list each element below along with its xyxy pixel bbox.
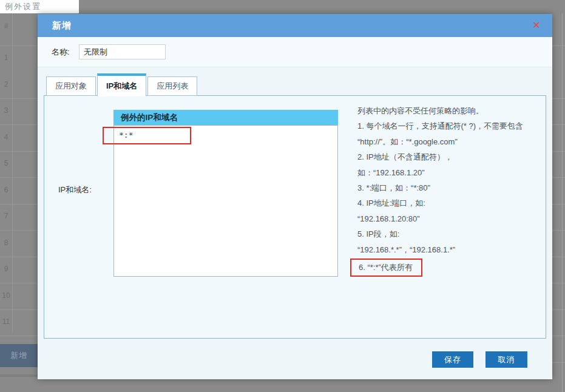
help-line: 4. IP地址:端口，如: — [357, 195, 546, 211]
breadcrumb: 例外设置 — [0, 0, 79, 13]
background-add-button[interactable]: 新增 — [0, 344, 38, 367]
tab-应用对象[interactable]: 应用对象 — [46, 76, 96, 96]
help-line-annotated: 6. “*:*”代表所有 — [350, 259, 422, 277]
tab-应用列表[interactable]: 应用列表 — [147, 76, 197, 96]
dialog-titlebar: 新增 ✕ — [38, 14, 552, 37]
table-row-number: 8 — [0, 238, 12, 247]
help-line: 列表中的内容不受任何策略的影响。 — [357, 103, 546, 118]
ip-domain-textarea[interactable]: *:* — [113, 125, 338, 277]
cancel-button[interactable]: 取消 — [485, 351, 527, 368]
tab-panel: IP和域名: 例外的IP和域名 *:* 列表中的内容不受任何策略的影响。1. 每… — [44, 95, 546, 339]
close-icon[interactable]: ✕ — [530, 19, 543, 32]
help-line: 2. IP地址（不含通配符）， — [357, 149, 546, 164]
add-dialog: 新增 ✕ 名称: 应用对象IP和域名应用列表 IP和域名: 例外的IP和域名 *… — [38, 14, 552, 379]
table-right-border — [562, 13, 563, 392]
name-row: 名称: — [38, 37, 552, 67]
table-row-number: 4 — [0, 133, 12, 141]
table-row-number: 9 — [0, 265, 12, 273]
name-label: 名称: — [52, 47, 70, 58]
table-row-number: 6 — [0, 186, 12, 194]
table-column-divider — [12, 13, 13, 333]
help-line: “192.168.*.*”，“192.168.1.*” — [357, 242, 546, 257]
ip-domain-label: IP和域名: — [58, 184, 92, 195]
help-line: 3. *:端口，如：“*:80” — [357, 180, 546, 195]
dialog-title: 新增 — [52, 14, 72, 37]
help-line: 如：“192.168.1.20” — [357, 165, 546, 180]
save-button[interactable]: 保存 — [432, 351, 473, 368]
table-row-number: 5 — [0, 159, 12, 167]
tab-IP和域名[interactable]: IP和域名 — [97, 73, 146, 96]
table-row-number: 3 — [0, 106, 12, 115]
table-row-number: 11 — [0, 317, 12, 326]
table-row-number: 1 — [0, 53, 12, 62]
background-right-strip — [552, 13, 565, 392]
background-table: # 1234567891011 新增 — [0, 13, 38, 392]
name-input[interactable] — [79, 44, 166, 59]
help-line: 1. 每个域名一行，支持通配符(* ?)，不需要包含 — [357, 118, 546, 133]
table-row-number: 7 — [0, 212, 12, 220]
list-header: 例外的IP和域名 — [113, 110, 338, 125]
table-row-number: 10 — [0, 291, 12, 300]
table-col-header: # — [0, 22, 12, 30]
background-divider — [0, 374, 38, 377]
help-line: “http://”。如：“*.google.com” — [357, 134, 546, 149]
help-text: 列表中的内容不受任何策略的影响。1. 每个域名一行，支持通配符(* ?)，不需要… — [357, 103, 546, 277]
help-line: “192.168.1.20:80” — [357, 211, 546, 226]
help-line: 5. IP段，如: — [357, 226, 546, 242]
table-row-number: 2 — [0, 80, 12, 89]
tabs: 应用对象IP和域名应用列表 — [46, 73, 198, 96]
